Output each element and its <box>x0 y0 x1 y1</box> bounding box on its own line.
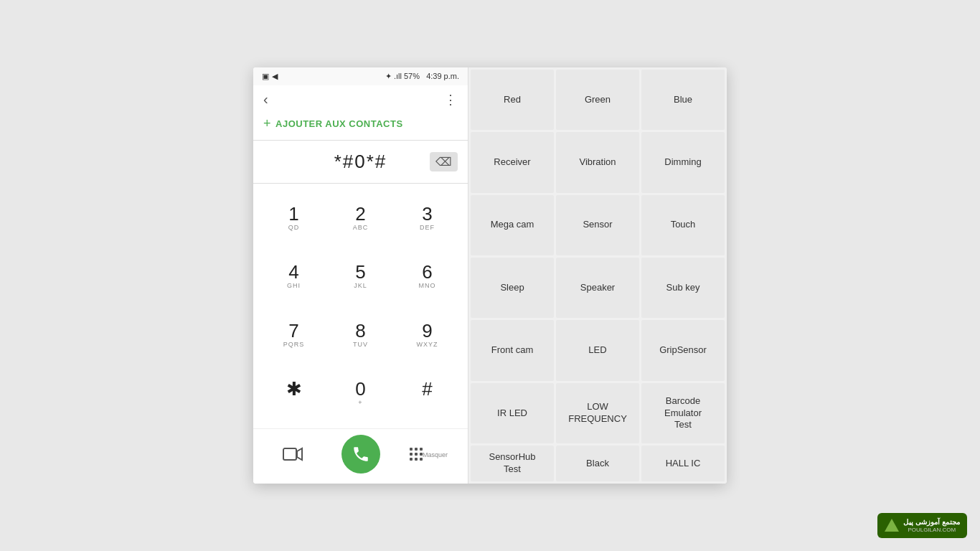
time-display: 4:39 p.m. <box>426 72 459 80</box>
key-number: ✱ <box>286 380 302 398</box>
back-button[interactable]: ‹ <box>263 91 268 108</box>
test-btn-barcode-emulator-test[interactable]: Barcode Emulator Test <box>641 383 725 443</box>
wifi-icon: ◀ <box>272 72 278 81</box>
masquer-label: Masquer <box>423 451 448 458</box>
status-bar: ▣ ◀ ✦ .ıll 57% 4:39 p.m. <box>253 67 468 85</box>
test-panel: RedGreenBlueReceiverVibrationDimmingMega… <box>468 67 727 484</box>
key-number: 5 <box>355 263 365 281</box>
bottom-bar: Masquer <box>253 428 468 484</box>
test-btn-red[interactable]: Red <box>471 70 554 130</box>
key-number: 2 <box>355 204 365 223</box>
key-letters: TUV <box>353 341 368 349</box>
test-btn-green[interactable]: Green <box>556 70 639 130</box>
key-number: 0 <box>355 380 365 398</box>
dial-input: *#0*# <box>263 151 458 173</box>
keypad-key-✱[interactable]: ✱ <box>260 364 327 423</box>
test-btn-sub-key[interactable]: Sub key <box>641 258 725 318</box>
watermark-triangle <box>885 519 899 532</box>
test-btn-sleep[interactable]: Sleep <box>471 258 554 318</box>
call-button[interactable] <box>341 435 380 474</box>
key-number: 8 <box>355 321 365 340</box>
test-btn-sensor[interactable]: Sensor <box>556 195 639 255</box>
key-letters: WXYZ <box>417 341 438 349</box>
watermark-text: مجتمع آموزشی پیل POULGILAN.COM <box>903 517 960 534</box>
test-btn-low-frequency[interactable]: LOW FREQUENCY <box>556 383 639 443</box>
svg-marker-1 <box>297 448 302 460</box>
key-letters: MNO <box>419 282 436 291</box>
test-btn-blue[interactable]: Blue <box>641 70 725 130</box>
svg-rect-0 <box>283 448 296 460</box>
test-btn-front-cam[interactable]: Front cam <box>471 320 554 380</box>
top-bar: ‹ ⋮ <box>253 85 468 113</box>
test-btn-speaker[interactable]: Speaker <box>556 258 639 318</box>
keypad-key-0[interactable]: 0+ <box>327 364 394 423</box>
keypad-key-5[interactable]: 5JKL <box>327 248 394 306</box>
keypad-key-7[interactable]: 7PQRS <box>260 306 327 364</box>
watermark-url: POULGILAN.COM <box>908 527 956 534</box>
status-right: ✦ .ıll 57% 4:39 p.m. <box>385 72 459 81</box>
keypad-key-8[interactable]: 8TUV <box>327 306 394 364</box>
keypad-key-3[interactable]: 3DEF <box>394 189 461 248</box>
key-letters: QD <box>288 224 300 232</box>
sim-icon: ▣ <box>262 72 269 81</box>
test-btn-ir-led[interactable]: IR LED <box>471 383 554 443</box>
keypad-key-1[interactable]: 1QD <box>260 189 327 248</box>
add-contact-button[interactable]: + AJOUTER AUX CONTACTS <box>253 113 468 140</box>
main-container: ▣ ◀ ✦ .ıll 57% 4:39 p.m. ‹ ⋮ + AJOUTER A… <box>253 67 727 484</box>
test-btn-dimming[interactable]: Dimming <box>641 132 725 192</box>
test-btn-black[interactable]: Black <box>556 446 639 481</box>
watermark: مجتمع آموزشی پیل POULGILAN.COM <box>877 513 967 538</box>
watermark-site-name: مجتمع آموزشی پیل <box>903 517 960 527</box>
keypad-key-4[interactable]: 4GHI <box>260 248 327 306</box>
test-btn-mega-cam[interactable]: Mega cam <box>471 195 554 255</box>
test-btn-vibration[interactable]: Vibration <box>556 132 639 192</box>
signal-battery: ✦ .ıll 57% <box>385 72 420 80</box>
keypad-toggle-button[interactable]: Masquer <box>414 439 444 469</box>
add-contact-label: AJOUTER AUX CONTACTS <box>275 118 403 129</box>
key-letters: GHI <box>287 282 301 291</box>
dial-input-row: *#0*# ⌫ <box>253 141 468 183</box>
test-btn-touch[interactable]: Touch <box>641 195 725 255</box>
key-number: 6 <box>422 263 432 281</box>
key-letters: ABC <box>353 224 369 232</box>
key-number: 3 <box>422 204 432 223</box>
keypad-key-2[interactable]: 2ABC <box>327 189 394 248</box>
more-button[interactable]: ⋮ <box>444 92 458 108</box>
phone-panel: ▣ ◀ ✦ .ıll 57% 4:39 p.m. ‹ ⋮ + AJOUTER A… <box>253 67 468 484</box>
key-number: 9 <box>422 321 432 340</box>
test-btn-hall-ic[interactable]: HALL IC <box>641 446 725 481</box>
backspace-button[interactable]: ⌫ <box>430 152 458 171</box>
key-letters: + <box>358 399 362 408</box>
test-btn-led[interactable]: LED <box>556 320 639 380</box>
keypad-key-#[interactable]: # <box>394 364 461 423</box>
test-btn-sensorhub-test[interactable]: SensorHub Test <box>471 446 554 481</box>
test-btn-receiver[interactable]: Receiver <box>471 132 554 192</box>
video-call-button[interactable] <box>278 439 308 469</box>
status-left-icons: ▣ ◀ <box>262 72 278 81</box>
key-letters: DEF <box>420 224 435 232</box>
key-number: # <box>422 380 432 398</box>
test-btn-gripsensor[interactable]: GripSensor <box>641 320 725 380</box>
key-letters: PQRS <box>283 341 305 349</box>
plus-icon: + <box>263 116 271 131</box>
keypad-key-9[interactable]: 9WXYZ <box>394 306 461 364</box>
key-number: 4 <box>288 263 298 281</box>
key-number: 1 <box>288 204 298 223</box>
keypad-key-6[interactable]: 6MNO <box>394 248 461 306</box>
key-letters: JKL <box>354 282 367 291</box>
keypad: 1QD2ABC3DEF4GHI5JKL6MNO7PQRS8TUV9WXYZ✱0+… <box>253 184 468 428</box>
key-number: 7 <box>288 321 298 340</box>
